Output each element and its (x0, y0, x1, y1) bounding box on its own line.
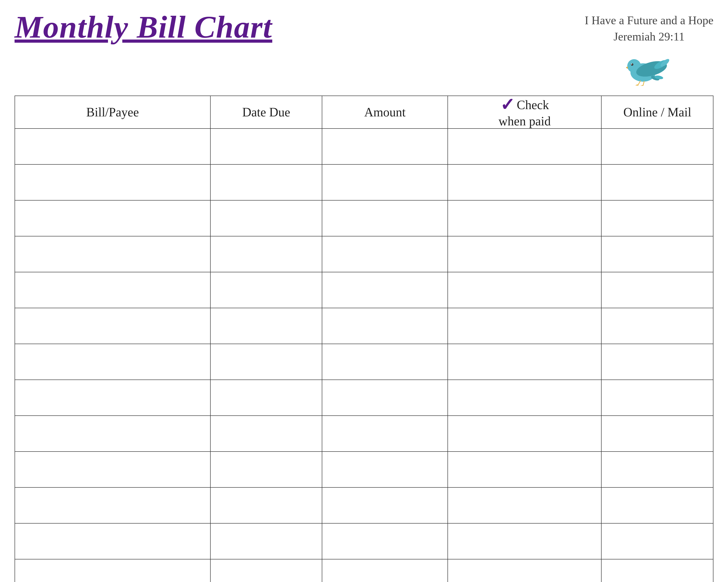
table-row (15, 200, 713, 236)
table-cell[interactable] (322, 523, 448, 559)
table-cell[interactable] (15, 451, 210, 488)
table-cell[interactable] (15, 344, 210, 380)
table-cell[interactable] (15, 164, 210, 200)
table-cell[interactable] (601, 380, 713, 416)
table-cell[interactable] (15, 272, 210, 308)
col-header-date: Date Due (210, 96, 322, 129)
table-cell[interactable] (322, 129, 448, 164)
table-cell[interactable] (601, 308, 713, 344)
svg-point-16 (626, 67, 627, 68)
table-cell[interactable] (322, 559, 448, 582)
table-cell[interactable] (448, 236, 601, 272)
table-cell[interactable] (210, 559, 322, 582)
table-cell[interactable] (601, 523, 713, 559)
table-cell[interactable] (601, 559, 713, 582)
table-cell[interactable] (322, 272, 448, 308)
table-cell[interactable] (15, 308, 210, 344)
table-cell[interactable] (601, 488, 713, 523)
table-cell[interactable] (601, 200, 713, 236)
table-cell[interactable] (15, 236, 210, 272)
table-cell[interactable] (322, 451, 448, 488)
table-cell[interactable] (448, 416, 601, 451)
svg-point-2 (631, 63, 633, 66)
table-cell[interactable] (210, 129, 322, 164)
col-header-amount: Amount (322, 96, 448, 129)
table-cell[interactable] (448, 559, 601, 582)
table-cell[interactable] (322, 488, 448, 523)
table-row (15, 416, 713, 451)
table-row (15, 344, 713, 380)
table-cell[interactable] (322, 164, 448, 200)
table-cell[interactable] (601, 344, 713, 380)
table-cell[interactable] (448, 488, 601, 523)
table-cell[interactable] (322, 380, 448, 416)
table-cell[interactable] (601, 451, 713, 488)
col-header-payee: Bill/Payee (15, 96, 210, 129)
table-cell[interactable] (15, 200, 210, 236)
table-cell[interactable] (210, 308, 322, 344)
table-cell[interactable] (210, 272, 322, 308)
table-row (15, 272, 713, 308)
table-row (15, 308, 713, 344)
table-cell[interactable] (448, 523, 601, 559)
table-cell[interactable] (601, 272, 713, 308)
table-row (15, 559, 713, 582)
bill-table: Bill/Payee Date Due Amount ✓ Check when … (15, 95, 713, 582)
table-cell[interactable] (448, 164, 601, 200)
header: Monthly Bill Chart I Have a Future and a… (15, 10, 713, 88)
table-cell[interactable] (322, 308, 448, 344)
table-cell[interactable] (210, 344, 322, 380)
table-cell[interactable] (210, 200, 322, 236)
table-cell[interactable] (448, 308, 601, 344)
checkmark-icon: ✓ (500, 96, 515, 113)
page-title: Monthly Bill Chart (15, 10, 272, 45)
col-header-online: Online / Mail (601, 96, 713, 129)
table-cell[interactable] (15, 380, 210, 416)
table-cell[interactable] (601, 129, 713, 164)
table-cell[interactable] (448, 272, 601, 308)
check-label: Check (517, 98, 549, 112)
table-cell[interactable] (322, 236, 448, 272)
table-row (15, 164, 713, 200)
title-block: Monthly Bill Chart (15, 10, 272, 45)
check-header-inner: ✓ Check (500, 96, 549, 113)
table-cell[interactable] (448, 451, 601, 488)
table-cell[interactable] (15, 559, 210, 582)
table-cell[interactable] (210, 236, 322, 272)
table-cell[interactable] (322, 416, 448, 451)
table-cell[interactable] (210, 523, 322, 559)
table-row (15, 488, 713, 523)
table-cell[interactable] (322, 344, 448, 380)
svg-point-3 (631, 63, 632, 64)
table-header-row: Bill/Payee Date Due Amount ✓ Check when … (15, 96, 713, 129)
table-cell[interactable] (448, 344, 601, 380)
table-cell[interactable] (448, 200, 601, 236)
check-header-content: ✓ Check when paid (448, 96, 601, 128)
table-cell[interactable] (210, 451, 322, 488)
table-row (15, 129, 713, 164)
check-sub: when paid (498, 114, 551, 128)
table-cell[interactable] (15, 416, 210, 451)
header-right: I Have a Future and a Hope Jeremiah 29:1… (585, 10, 713, 86)
table-row (15, 380, 713, 416)
table-row (15, 451, 713, 488)
table-cell[interactable] (601, 164, 713, 200)
table-row (15, 523, 713, 559)
table-cell[interactable] (15, 129, 210, 164)
table-cell[interactable] (15, 488, 210, 523)
table-cell[interactable] (210, 164, 322, 200)
table-cell[interactable] (322, 200, 448, 236)
verse-text: I Have a Future and a Hope Jeremiah 29:1… (585, 12, 713, 45)
bird-illustration (622, 47, 676, 86)
table-cell[interactable] (210, 416, 322, 451)
page: Monthly Bill Chart I Have a Future and a… (0, 0, 728, 582)
col-header-check: ✓ Check when paid (448, 96, 601, 129)
table-cell[interactable] (601, 236, 713, 272)
table-cell[interactable] (448, 129, 601, 164)
table-cell[interactable] (15, 523, 210, 559)
table-cell[interactable] (210, 488, 322, 523)
table-cell[interactable] (448, 380, 601, 416)
table-cell[interactable] (601, 416, 713, 451)
table-row (15, 236, 713, 272)
table-cell[interactable] (210, 380, 322, 416)
